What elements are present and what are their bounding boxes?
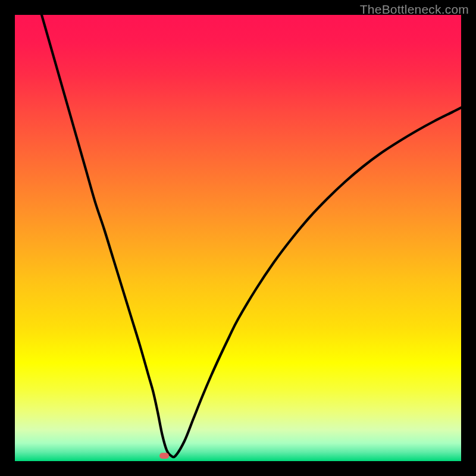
plot-frame — [15, 15, 461, 461]
plot-gradient-background — [15, 15, 461, 461]
